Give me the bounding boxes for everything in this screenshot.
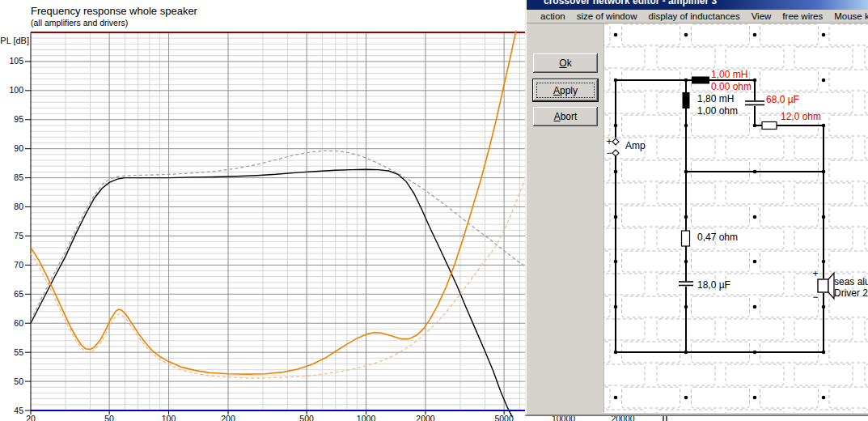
menu-item-action[interactable]: action bbox=[535, 11, 571, 21]
apply-button[interactable]: Apply bbox=[533, 79, 598, 101]
inductor-2[interactable] bbox=[683, 92, 690, 108]
label-driver-line2: Driver 2 bbox=[834, 287, 868, 299]
label-inductor1-value: 1,00 mH bbox=[711, 69, 747, 80]
y-tick-label: 105 bbox=[9, 56, 23, 66]
inductor-1[interactable] bbox=[692, 77, 709, 84]
curve-spl-total-dashed bbox=[31, 151, 528, 320]
menu-item-display-of-inductances[interactable]: display of inductances bbox=[642, 11, 745, 21]
circuit-diagram: 1,00 mH0.00 ohm1,80 mH1,00 ohm68,0 µF12,… bbox=[603, 23, 868, 413]
label-capacitor2-value: 18,0 µF bbox=[697, 279, 730, 291]
y-axis-label: SPL [dB] bbox=[0, 36, 29, 45]
plot-subtitle: (all amplifiers and drivers) bbox=[31, 18, 128, 28]
label-inductor1-resistance: 0.00 ohm bbox=[711, 81, 752, 92]
abort-button[interactable]: Abort bbox=[533, 107, 598, 126]
menu-item-free-wires[interactable]: free wires bbox=[777, 11, 828, 21]
y-tick-label: 60 bbox=[14, 318, 23, 328]
app-icon bbox=[529, 0, 540, 6]
resistor-2[interactable] bbox=[682, 231, 690, 246]
label-resistor1-value: 12,0 ohm bbox=[781, 111, 821, 122]
driver-symbol[interactable] bbox=[818, 279, 828, 292]
window-title: crossover network editor - amplifier 3 bbox=[544, 0, 717, 6]
plot-title: Frequency response whole speaker bbox=[31, 5, 197, 17]
circuit-canvas[interactable]: 1,00 mH0.00 ohm1,80 mH1,00 ohm68,0 µF12,… bbox=[603, 23, 868, 413]
y-tick-label: 95 bbox=[14, 114, 23, 124]
ok-button[interactable]: Ok bbox=[533, 53, 598, 73]
x-tick-label: 2000 bbox=[416, 414, 435, 421]
x-tick-label: 100 bbox=[162, 414, 176, 421]
x-tick-label: 200 bbox=[221, 414, 235, 421]
y-tick-label: 85 bbox=[14, 172, 23, 182]
menu-item-mouse-key-settings[interactable]: Mouse key settings bbox=[828, 11, 868, 21]
y-tick-label: 80 bbox=[14, 202, 23, 211]
y-tick-label: 90 bbox=[14, 143, 23, 153]
menu-item-view[interactable]: View bbox=[746, 11, 777, 21]
y-tick-label: 50 bbox=[14, 376, 23, 386]
x-tick-label: 500 bbox=[299, 414, 314, 421]
menu-item-size-of-window[interactable]: size of window bbox=[571, 11, 643, 21]
label-driver-line1: seas alu bbox=[834, 276, 868, 287]
amp-terminal[interactable] bbox=[612, 150, 619, 156]
x-tick-label: 1000 bbox=[357, 414, 376, 421]
x-tick-label: 20 bbox=[26, 414, 36, 421]
label-amp: Amp bbox=[625, 140, 646, 151]
x-tick-label: 50 bbox=[104, 414, 114, 421]
label-inductor2-value: 1,80 mH bbox=[697, 93, 734, 104]
component-labels: 1,00 mH0.00 ohm1,80 mH1,00 ohm68,0 µF12,… bbox=[606, 69, 868, 303]
y-tick-label: 70 bbox=[14, 260, 23, 270]
driver-minus-sign: − bbox=[812, 291, 818, 303]
curve-impedance-solid bbox=[31, 31, 516, 374]
titlebar[interactable]: crossover network editor - amplifier 3 bbox=[527, 0, 868, 10]
amp-minus-sign: − bbox=[606, 147, 612, 159]
amp-plus-sign: + bbox=[606, 136, 612, 147]
background-window-grip bbox=[663, 415, 667, 421]
y-tick-label: 65 bbox=[14, 289, 23, 299]
y-tick-label: 45 bbox=[14, 406, 23, 415]
y-tick-label: 100 bbox=[9, 85, 23, 95]
y-tick-label: 75 bbox=[14, 231, 23, 240]
button-panel: Ok Apply Abort bbox=[527, 23, 604, 413]
label-resistor2-value: 0,47 ohm bbox=[697, 232, 738, 243]
menubar: actionsize of windowdisplay of inductanc… bbox=[527, 10, 868, 23]
crossover-editor-window: crossover network editor - amplifier 3 a… bbox=[525, 0, 868, 416]
label-inductor2-resistance: 1,00 ohm bbox=[697, 105, 738, 117]
screen: 4550556065707580859095100105205010020050… bbox=[0, 0, 868, 421]
label-capacitor1-value: 68,0 µF bbox=[766, 94, 799, 105]
driver-plus-sign: + bbox=[812, 268, 818, 279]
amp-terminal[interactable] bbox=[612, 138, 619, 145]
curve-impedance-dashed bbox=[31, 173, 528, 378]
y-tick-label: 55 bbox=[14, 347, 23, 357]
resistor-1[interactable] bbox=[762, 122, 777, 130]
